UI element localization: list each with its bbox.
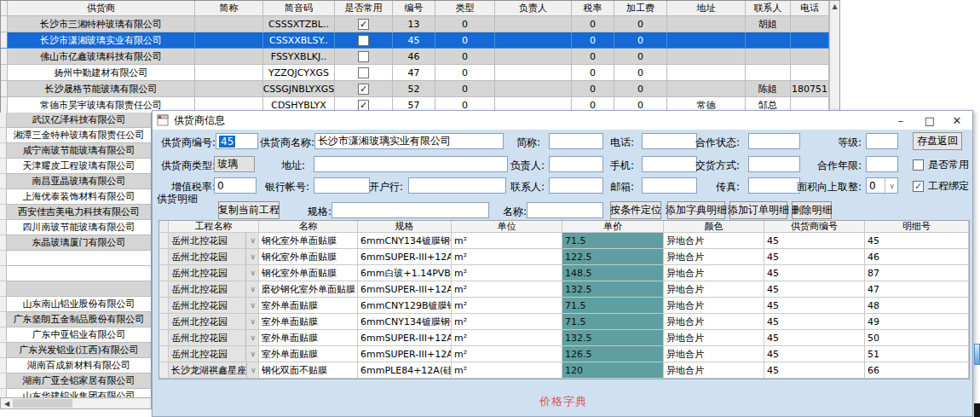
grid-cell[interactable]: 异地合片 [664, 265, 764, 281]
grid-row[interactable]: 岳州北控花园∨室外单面贴膜6mmCNY134镀膜钢化m²71.5异地合片4549 [159, 314, 969, 330]
table-row[interactable]: 长沙晟格节能玻璃有限公司CSSGJNBLYXGS✓52000陈姐180751 [1, 81, 829, 97]
grid-cell[interactable]: 87 [865, 265, 969, 281]
grid-cell[interactable]: 钢化室外单面贴膜 [259, 249, 358, 265]
table-cell[interactable]: 52 [393, 81, 435, 97]
grid-cell[interactable]: 71.5 [562, 314, 664, 330]
table-cell[interactable] [495, 32, 572, 49]
table-cell[interactable]: 0 [572, 16, 614, 32]
grid-cell[interactable]: 异地合片 [664, 249, 764, 265]
table-cell[interactable] [746, 32, 791, 49]
grid-cell[interactable]: 异地合片 [664, 314, 764, 330]
table-row[interactable]: 长沙市三湘特种玻璃有限公司CSSSXTZBL..✓13000胡姐 [1, 16, 829, 32]
table-cell[interactable] [495, 65, 572, 81]
grid-row[interactable]: 岳州北控花园∨室外单面贴膜6mmCNY129B镀膜钢化m²71.5异地合片454… [159, 298, 969, 314]
row-selector[interactable] [0, 374, 7, 389]
common-use-checkbox-row[interactable]: 是否常用 [913, 158, 969, 172]
row-selector[interactable] [0, 143, 7, 159]
list-item[interactable]: 咸宁南玻节能玻璃有限公司 [0, 143, 152, 159]
grid-cell[interactable]: 45 [764, 314, 865, 330]
column-header[interactable]: 简称 [195, 1, 263, 16]
grid-cell[interactable]: 45 [764, 362, 865, 379]
chevron-down-icon[interactable]: ∨ [245, 249, 256, 264]
table-cell[interactable]: 0 [435, 65, 495, 81]
grid-column-header[interactable]: 规格 [358, 221, 452, 233]
manager-input[interactable] [549, 156, 603, 172]
checkbox-unchecked-icon[interactable] [913, 159, 924, 171]
grade-input[interactable] [866, 133, 898, 149]
table-cell[interactable]: 佛山市亿鑫玻璃科技有限公司 [8, 49, 195, 65]
row-selector[interactable] [0, 174, 7, 189]
save-return-button[interactable]: 存盘返回 [913, 132, 962, 150]
list-item[interactable]: 南昌亚晶玻璃有限公司 [0, 174, 152, 189]
grid-column-header[interactable]: 名称 [259, 221, 358, 233]
checkbox-cell[interactable] [335, 49, 393, 65]
grid-cell[interactable]: m² [452, 362, 562, 379]
grid-cell[interactable]: 6mmSUPER-III+12A(硅... [358, 281, 452, 298]
column-header[interactable]: 供货商 [8, 1, 195, 16]
area-round-up-select[interactable]: 0 ∨ [866, 177, 898, 194]
row-selector[interactable] [159, 265, 169, 281]
suppliers-vertical-scrollbar[interactable]: ▲ [829, 0, 840, 113]
column-header[interactable]: 编号 [393, 1, 435, 16]
table-cell[interactable] [195, 81, 263, 97]
grid-cell[interactable]: 132.5 [562, 281, 664, 298]
table-cell[interactable]: 长沙市潇湘玻璃实业有限公司 [8, 32, 195, 49]
coop-status-input[interactable] [748, 133, 800, 149]
email-input[interactable] [642, 177, 697, 194]
table-cell[interactable]: 长沙市三湘特种玻璃有限公司 [8, 16, 195, 32]
grid-cell[interactable]: 50 [865, 330, 969, 346]
project-bind-checkbox-row[interactable]: ✓ 工程绑定 [913, 179, 969, 194]
project-name-combo[interactable]: 岳州北控花园∨ [169, 346, 259, 362]
row-selector[interactable] [159, 249, 169, 265]
row-selector[interactable] [1, 65, 8, 81]
grid-row[interactable]: 岳州北控花园∨钢化室外单面贴膜6mmSUPER-III+12A(硅...m²12… [159, 249, 969, 265]
table-row[interactable]: 长沙市潇湘玻璃实业有限公司CSSXXBLSY..45000 [1, 32, 829, 49]
grid-cell[interactable]: m² [452, 249, 562, 265]
table-cell[interactable]: CSSXXBLSY.. [263, 32, 335, 49]
grid-cell[interactable]: 异地合片 [664, 281, 764, 298]
grid-cell[interactable]: m² [452, 298, 562, 314]
table-cell[interactable] [667, 16, 746, 32]
chevron-down-icon[interactable]: ∨ [245, 298, 256, 313]
project-name-combo[interactable]: 岳州北控花园∨ [169, 233, 259, 249]
row-selector[interactable] [0, 281, 7, 297]
grid-cell[interactable]: 47 [865, 281, 969, 298]
column-header[interactable]: 简音码 [263, 1, 335, 16]
table-cell[interactable]: YZZQJCYXGS [263, 65, 335, 81]
grid-cell[interactable]: 6mmCNY129B镀膜钢化 [358, 298, 452, 314]
grid-cell[interactable]: m² [452, 330, 562, 346]
checkbox-cell[interactable] [335, 65, 393, 81]
row-selector[interactable] [159, 346, 169, 362]
table-cell[interactable]: 0 [572, 81, 614, 97]
table-cell[interactable] [746, 49, 791, 65]
row-selector[interactable] [159, 362, 169, 379]
grid-row[interactable]: 岳州北控花园∨室外单面贴膜6mmSUPER-III+12A(硅...m²126.… [159, 346, 969, 362]
supplier-name-input[interactable]: 长沙市潇湘玻璃实业有限公司 [314, 133, 504, 149]
grid-cell[interactable]: 45 [764, 281, 865, 298]
row-selector[interactable] [1, 81, 8, 97]
grid-row[interactable]: 岳州北控花园∨室外单面贴膜6mmSUPER-III+12A(硅...m²132.… [159, 330, 969, 346]
table-cell[interactable]: 陈姐 [746, 81, 791, 97]
table-cell[interactable] [667, 81, 746, 97]
table-cell[interactable] [495, 81, 572, 97]
column-header[interactable]: 负责人 [495, 1, 572, 16]
row-selector[interactable] [0, 189, 7, 205]
grid-cell[interactable]: 室外单面贴膜 [259, 330, 358, 346]
table-cell[interactable] [195, 32, 263, 49]
list-item[interactable]: 山东南山铝业股份有限公司 [0, 297, 152, 312]
table-cell[interactable]: 0 [614, 65, 667, 81]
table-cell[interactable]: 0 [572, 65, 614, 81]
table-cell[interactable]: 47 [393, 65, 435, 81]
grid-cell[interactable]: m² [452, 346, 562, 362]
table-cell[interactable]: 0 [435, 16, 495, 32]
row-selector[interactable] [1, 16, 8, 32]
table-cell[interactable]: 13 [393, 16, 435, 32]
dialog-titlebar[interactable]: 供货商信息 – □ ✕ [153, 111, 972, 130]
common-use-checkbox[interactable]: ✓ [358, 100, 369, 111]
grid-cell[interactable]: 45 [865, 233, 969, 249]
grid-cell[interactable]: 异地合片 [664, 298, 764, 314]
grid-cell[interactable]: 45 [764, 249, 865, 265]
common-use-checkbox[interactable]: ✓ [358, 19, 369, 30]
row-selector[interactable] [0, 358, 7, 374]
row-selector[interactable] [0, 343, 7, 358]
